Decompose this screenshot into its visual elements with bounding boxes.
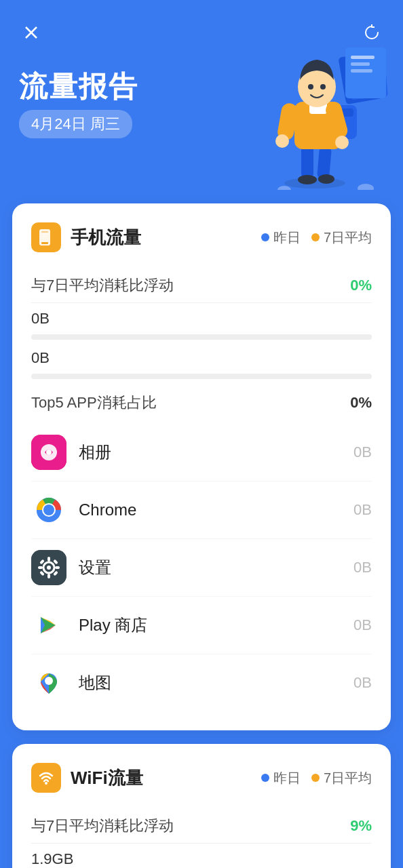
card-title-group: 手机流量 [31,222,141,252]
legend-avg: 7日平均 [311,229,372,247]
wifi-yesterday-data: 1.9GB [31,850,73,867]
close-icon [24,25,39,40]
svg-point-40 [47,566,51,570]
card-header-mobile: 手机流量 昨日 7日平均 [31,222,372,252]
legend-yesterday: 昨日 [261,229,301,247]
avg-data-row: 0B [31,347,372,370]
app-icon-xiangce [31,435,66,470]
mobile-card-title: 手机流量 [71,226,141,250]
app-name-xiangce: 相册 [79,441,353,463]
svg-rect-6 [351,62,370,66]
refresh-icon [363,24,381,41]
avg-progress-bar [31,374,372,379]
svg-rect-29 [41,234,48,235]
svg-point-37 [43,505,54,515]
illustration [261,41,396,190]
svg-point-12 [318,174,334,184]
svg-rect-30 [41,236,46,237]
svg-point-51 [45,677,53,685]
app-name-settings: 设置 [79,557,353,578]
top5-header: Top5 APP消耗占比 0% [31,386,372,424]
svg-rect-44 [55,566,60,569]
top5-label: Top5 APP消耗占比 [31,393,157,413]
svg-point-52 [45,782,47,785]
mobile-legend: 昨日 7日平均 [261,229,372,247]
svg-point-22 [308,84,313,90]
app-data-settings: 0B [353,559,372,576]
app-row-maps: 地图 0B [31,654,372,711]
fluctuation-label: 与7日平均消耗比浮动 [31,275,174,296]
wifi-yesterday-data-row: 1.9GB [31,844,372,868]
date-badge: 4月24日 周三 [19,110,132,138]
svg-rect-7 [351,69,372,73]
app-icon-maps [31,665,66,701]
app-data-xiangce: 0B [353,443,372,461]
app-icon-play [31,608,66,643]
header: 流量报告 4月24日 周三 [0,0,403,203]
wifi-traffic-card: WiFi流量 昨日 7日平均 与7日平均消耗比浮动 9% 1.9GB [12,744,391,868]
mobile-card-icon [31,222,61,252]
wifi-fluctuation-label: 与7日平均消耗比浮动 [31,816,174,836]
fluctuation-value: 0% [350,277,372,294]
wifi-legend: 昨日 7日平均 [261,769,372,787]
card-header-wifi: WiFi流量 昨日 7日平均 [31,763,372,793]
yesterday-data: 0B [31,310,50,327]
app-name-chrome: Chrome [79,500,353,519]
svg-point-19 [275,134,289,148]
app-row-xiangce: 相册 0B [31,424,372,481]
wifi-fluctuation-value: 9% [350,817,372,835]
svg-rect-41 [47,557,50,561]
app-data-maps: 0B [353,674,372,692]
svg-point-33 [46,450,52,455]
avg-data: 0B [31,349,50,366]
svg-point-11 [298,175,317,184]
svg-point-20 [335,136,349,149]
svg-rect-4 [345,47,386,98]
app-data-chrome: 0B [353,501,372,519]
app-row-chrome: Chrome 0B [31,481,372,539]
app-name-play: Play 商店 [79,614,353,636]
app-icon-settings [31,550,66,585]
legend-dot-blue [261,233,269,241]
yesterday-data-row: 0B [31,303,372,330]
app-data-play: 0B [353,616,372,634]
fluctuation-row: 与7日平均消耗比浮动 0% [31,269,372,303]
yesterday-progress-bar [31,334,372,340]
svg-point-24 [277,186,291,190]
svg-rect-27 [41,242,48,244]
content: 手机流量 昨日 7日平均 与7日平均消耗比浮动 0% 0B [0,203,403,868]
app-row-play: Play 商店 0B [31,597,372,654]
wifi-legend-dot-orange [311,774,320,782]
wifi-card-title: WiFi流量 [71,766,143,790]
top5-value: 0% [350,394,372,412]
wifi-card-title-group: WiFi流量 [31,763,143,793]
app-row-settings: 设置 0B [31,539,372,597]
close-button[interactable] [19,20,43,45]
app-name-maps: 地图 [79,672,353,694]
page-title: 流量报告 [19,68,138,106]
svg-point-25 [358,184,374,190]
wifi-legend-yesterday: 昨日 [261,769,301,787]
svg-point-23 [320,84,326,90]
svg-rect-5 [351,56,375,59]
svg-rect-28 [41,231,48,233]
wifi-fluctuation-row: 与7日平均消耗比浮动 9% [31,809,372,844]
wifi-card-icon [31,763,61,793]
svg-rect-43 [38,566,43,569]
mobile-traffic-card: 手机流量 昨日 7日平均 与7日平均消耗比浮动 0% 0B [12,203,391,730]
wifi-legend-dot-blue [261,774,269,782]
wifi-legend-avg: 7日平均 [311,769,372,787]
legend-dot-orange [311,233,320,241]
app-icon-chrome [31,492,66,528]
svg-rect-42 [47,574,50,578]
